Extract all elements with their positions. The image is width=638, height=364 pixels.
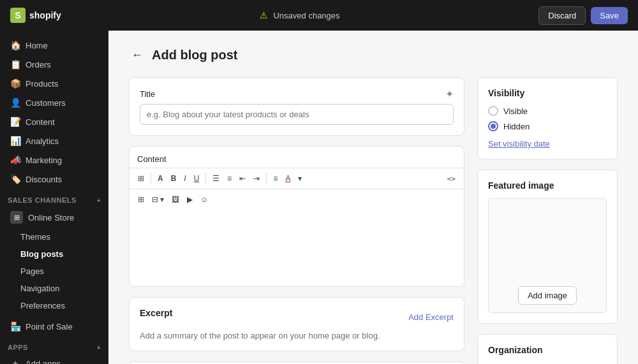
sidebar-item-content-label: Content: [26, 117, 55, 127]
sidebar-item-home[interactable]: 🏠 Home: [3, 36, 106, 55]
toolbar-sep-1: [151, 173, 151, 184]
hidden-radio[interactable]: Hidden: [488, 121, 607, 131]
more-btn[interactable]: ▾: [295, 172, 305, 185]
themes-label: Themes: [20, 232, 50, 242]
editor-toolbar-row2: ⊞ ⊟ ▾ 🖼 ▶ ☺: [130, 189, 464, 210]
table-btn[interactable]: ⊟ ▾: [149, 193, 167, 206]
title-label: Title: [140, 89, 155, 99]
image-insert-btn[interactable]: 🖼: [168, 193, 182, 206]
sidebar-sub-blog-posts[interactable]: Blog posts: [3, 245, 106, 263]
editor-body[interactable]: [130, 210, 464, 286]
main-content: ← Add blog post Title ✦ Content: [108, 31, 638, 364]
content-right: Visibility Visible Hidden Set visibility…: [477, 77, 618, 364]
add-excerpt-link[interactable]: Add Excerpt: [408, 312, 454, 322]
sidebar-item-discounts[interactable]: 🏷️ Discounts: [3, 170, 106, 189]
sidebar-item-home-label: Home: [26, 41, 48, 50]
page-title: Add blog post: [152, 48, 237, 62]
customers-icon: 👤: [10, 98, 20, 108]
sidebar-item-content[interactable]: 📝 Content: [3, 112, 106, 131]
sidebar-item-online-store[interactable]: ⊞ Online Store: [3, 207, 106, 228]
sidebar-item-add-apps[interactable]: ＋ Add apps: [3, 354, 106, 364]
sidebar-item-discounts-label: Discounts: [26, 175, 62, 184]
video-btn[interactable]: ▶: [184, 193, 196, 206]
topbar-left: S shopify: [10, 8, 61, 23]
navigation-label: Navigation: [20, 284, 59, 293]
visible-radio-circle: [488, 106, 498, 116]
sidebar-item-pos[interactable]: 🏪 Point of Sale: [3, 317, 106, 336]
list-ordered-btn[interactable]: ≡: [224, 172, 235, 185]
analytics-icon: 📊: [10, 136, 20, 146]
ai-icon[interactable]: ✦: [445, 88, 454, 100]
title-row: Title ✦: [140, 88, 454, 100]
apps-header: Apps +: [0, 336, 108, 354]
align-btn[interactable]: ≡: [270, 172, 281, 185]
sidebar-item-customers-label: Customers: [26, 98, 66, 108]
list-unordered-btn[interactable]: ☰: [209, 172, 223, 185]
radio-group: Visible Hidden: [488, 106, 607, 131]
sidebar-item-customers[interactable]: 👤 Customers: [3, 93, 106, 112]
home-icon: 🏠: [10, 40, 20, 50]
sales-channels-header: Sales channels +: [0, 189, 108, 207]
title-input[interactable]: [140, 104, 454, 125]
expand-icon[interactable]: +: [97, 197, 101, 204]
sidebar-sub-navigation[interactable]: Navigation: [3, 280, 106, 297]
code-btn[interactable]: <>: [444, 173, 459, 185]
sidebar-item-analytics[interactable]: 📊 Analytics: [3, 131, 106, 150]
page-header: ← Add blog post: [129, 46, 618, 64]
sidebar-item-marketing[interactable]: 📣 Marketing: [3, 150, 106, 170]
content-left: Title ✦ Content ⊞ A B: [129, 77, 464, 364]
content-label: Content: [137, 154, 456, 164]
hidden-radio-circle: [488, 121, 498, 131]
insert-btn[interactable]: ⊞: [135, 193, 147, 206]
emoji-btn[interactable]: ☺: [197, 193, 211, 206]
content-icon: 📝: [10, 117, 20, 127]
content-grid: Title ✦ Content ⊞ A B: [129, 77, 618, 364]
save-button[interactable]: Save: [591, 7, 628, 24]
add-apps-label: Add apps: [26, 359, 61, 365]
warning-icon: ⚠: [260, 10, 268, 20]
online-store-icon: ⊞: [10, 211, 23, 224]
bold-btn[interactable]: B: [168, 172, 180, 185]
orders-icon: 📋: [10, 59, 20, 69]
sidebar-item-products-label: Products: [26, 79, 58, 89]
organization-card: Organization Author: [477, 334, 618, 364]
add-image-button[interactable]: Add image: [518, 286, 577, 305]
visible-radio[interactable]: Visible: [488, 106, 607, 116]
underline-btn[interactable]: U: [191, 172, 203, 185]
indent-right-btn[interactable]: ⇥: [250, 172, 263, 185]
text-color-btn[interactable]: A: [282, 172, 293, 185]
products-icon: 📦: [10, 78, 20, 89]
sidebar-item-products[interactable]: 📦 Products: [3, 74, 106, 93]
sidebar-sub-themes[interactable]: Themes: [3, 228, 106, 245]
shopify-logo: S shopify: [10, 8, 61, 23]
featured-image-box: Add image: [488, 198, 607, 313]
sales-channels-label: Sales channels: [8, 196, 77, 204]
format-btn[interactable]: ⊞: [135, 172, 147, 185]
pos-label: Point of Sale: [26, 322, 73, 331]
blog-posts-label: Blog posts: [20, 249, 63, 259]
toolbar-sep-3: [266, 173, 267, 184]
discard-button[interactable]: Discard: [538, 6, 586, 25]
title-card: Title ✦: [129, 77, 464, 136]
organization-title: Organization: [488, 345, 607, 355]
back-button[interactable]: ←: [129, 46, 145, 64]
sidebar-item-orders[interactable]: 📋 Orders: [3, 55, 106, 74]
toolbar-sep-2: [205, 173, 206, 184]
set-visibility-date-link[interactable]: Set visibility date: [488, 139, 550, 149]
sidebar: 🏠 Home 📋 Orders 📦 Products 👤 Customers 📝…: [0, 31, 108, 364]
content-card: Content ⊞ A B I U ☰ ≡ ⇤ ⇥: [129, 146, 464, 287]
indent-left-btn[interactable]: ⇤: [236, 172, 249, 185]
online-store-label: Online Store: [28, 213, 74, 222]
preferences-label: Preferences: [20, 301, 65, 310]
sidebar-sub-preferences[interactable]: Preferences: [3, 297, 106, 314]
add-apps-icon: ＋: [10, 358, 20, 364]
italic-btn[interactable]: I: [181, 172, 189, 185]
apps-expand-icon[interactable]: +: [97, 344, 101, 351]
featured-image-title: Featured image: [488, 180, 607, 191]
excerpt-card: Excerpt Add Excerpt Add a summary of the…: [129, 297, 464, 351]
sidebar-sub-pages[interactable]: Pages: [3, 263, 106, 280]
excerpt-description: Add a summary of the post to appear on y…: [140, 331, 454, 340]
shopify-logo-icon: S: [10, 8, 26, 23]
seo-card: Search engine listing preview Edit websi…: [129, 361, 464, 364]
font-btn[interactable]: A: [154, 172, 167, 185]
